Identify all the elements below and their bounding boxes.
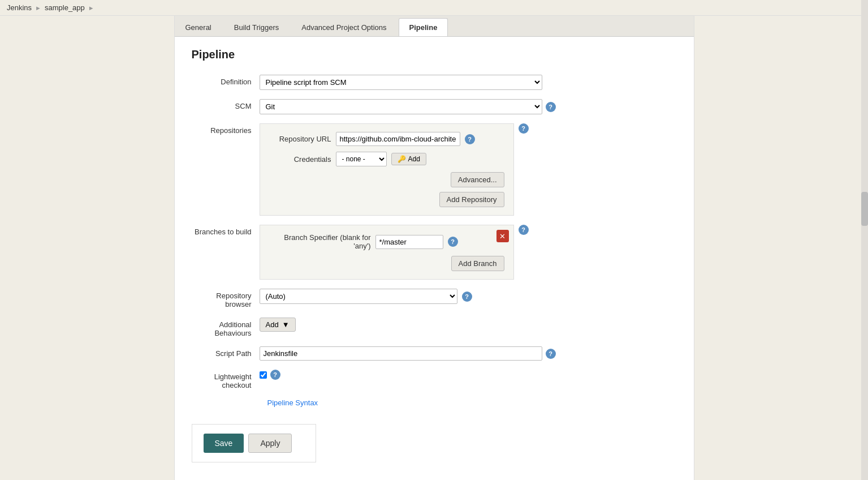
breadcrumb-sep-1: ►: [35, 5, 41, 11]
repositories-section: Repositories Repository URL ? Credential…: [192, 123, 677, 216]
lightweight-checkout-checkbox[interactable]: [260, 371, 267, 379]
scm-help-icon[interactable]: ?: [546, 102, 556, 112]
scm-row: SCM Git ?: [192, 99, 677, 114]
repository-browser-help-icon[interactable]: ?: [462, 292, 472, 302]
repos-actions: Advanced... Add Repository: [269, 172, 504, 207]
scm-control: Git ?: [260, 99, 677, 114]
scm-select[interactable]: Git: [260, 99, 542, 114]
script-path-help-icon[interactable]: ?: [546, 349, 556, 359]
page-title: Pipeline: [192, 48, 677, 61]
branches-help-icon[interactable]: ?: [519, 225, 529, 235]
lightweight-checkout-control: ?: [260, 370, 677, 380]
branch-specifier-help-icon[interactable]: ?: [448, 237, 458, 247]
script-path-label: Script Path: [192, 346, 260, 358]
definition-control: Pipeline script from SCM: [260, 75, 677, 90]
pipeline-syntax-section: Pipeline Syntax: [267, 398, 677, 407]
repositories-label: Repositories: [192, 123, 260, 135]
repo-url-row: Repository URL ?: [269, 132, 504, 146]
credentials-label: Credentials: [269, 155, 331, 164]
additional-behaviours-add-button[interactable]: Add ▼: [260, 318, 296, 332]
breadcrumb-sep-2: ►: [88, 5, 94, 11]
branch-specifier-row: Branch Specifier (blank for 'any') ?: [269, 233, 504, 250]
lightweight-checkout-label: Lightweight checkout: [192, 370, 260, 389]
credentials-add-button[interactable]: 🔑 Add: [391, 153, 426, 165]
add-branch-button[interactable]: Add Branch: [451, 256, 504, 271]
repository-browser-section: Repository browser (Auto) ?: [192, 289, 677, 308]
checkbox-row: [260, 371, 267, 379]
breadcrumb-sample-app[interactable]: sample_app: [45, 3, 85, 12]
tab-build-triggers[interactable]: Build Triggers: [223, 18, 290, 36]
tab-general[interactable]: General: [175, 18, 222, 36]
scm-label: SCM: [192, 99, 260, 110]
main-container: General Build Triggers Advanced Project …: [174, 16, 694, 480]
save-button[interactable]: Save: [204, 434, 244, 453]
add-dropdown-arrow: ▼: [282, 320, 290, 329]
definition-select[interactable]: Pipeline script from SCM: [260, 75, 542, 90]
breadcrumb: Jenkins ► sample_app ►: [0, 0, 868, 16]
script-path-row: Script Path ?: [192, 346, 677, 361]
repositories-box: Repository URL ? Credentials - none - 🔑 …: [260, 123, 514, 216]
repo-url-label: Repository URL: [269, 135, 331, 143]
branches-section: Branches to build ✕ Branch Specifier (bl…: [192, 225, 677, 280]
tab-pipeline[interactable]: Pipeline: [399, 18, 448, 36]
breadcrumb-jenkins[interactable]: Jenkins: [7, 3, 32, 12]
key-icon: 🔑: [398, 155, 406, 163]
additional-behaviours-section: Additional Behaviours Add ▼: [192, 318, 677, 337]
remove-branch-button[interactable]: ✕: [496, 230, 509, 242]
branch-specifier-label: Branch Specifier (blank for 'any'): [269, 233, 371, 250]
apply-button[interactable]: Apply: [248, 434, 292, 453]
repository-browser-label: Repository browser: [192, 289, 260, 308]
branch-specifier-input[interactable]: [375, 235, 443, 249]
repo-url-input[interactable]: [336, 132, 460, 146]
repositories-help-icon[interactable]: ?: [519, 123, 529, 134]
definition-label: Definition: [192, 75, 260, 86]
page-content: Pipeline Definition Pipeline script from…: [175, 37, 694, 479]
tab-bar: General Build Triggers Advanced Project …: [175, 16, 694, 37]
credentials-select[interactable]: - none -: [336, 152, 387, 166]
branches-label: Branches to build: [192, 225, 260, 236]
additional-behaviours-label: Additional Behaviours: [192, 318, 260, 337]
lightweight-checkout-row: Lightweight checkout ?: [192, 370, 677, 389]
scrollbar[interactable]: [861, 0, 868, 480]
repo-url-help-icon[interactable]: ?: [465, 134, 475, 144]
definition-row: Definition Pipeline script from SCM: [192, 75, 677, 90]
pipeline-syntax-link[interactable]: Pipeline Syntax: [267, 398, 318, 407]
advanced-button[interactable]: Advanced...: [451, 172, 504, 187]
footer-bar: Save Apply: [192, 424, 316, 462]
repository-browser-select[interactable]: (Auto): [260, 289, 457, 304]
lightweight-checkout-help-icon[interactable]: ?: [270, 370, 280, 380]
tab-advanced-project-options[interactable]: Advanced Project Options: [291, 18, 397, 36]
branches-box: ✕ Branch Specifier (blank for 'any') ? A…: [260, 225, 514, 280]
script-path-input[interactable]: [260, 346, 542, 361]
add-repository-button[interactable]: Add Repository: [439, 192, 504, 207]
script-path-control: ?: [260, 346, 677, 361]
add-button-label: Add: [266, 320, 279, 329]
credentials-row: Credentials - none - 🔑 Add: [269, 152, 504, 166]
scrollbar-thumb[interactable]: [861, 192, 868, 226]
